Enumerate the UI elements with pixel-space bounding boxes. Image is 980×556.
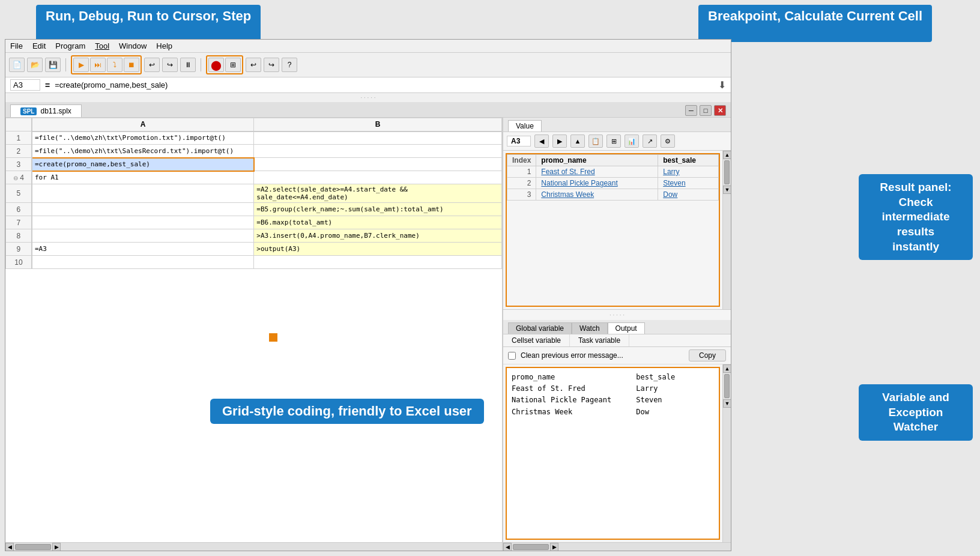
col-header-a[interactable]: A [32, 118, 254, 131]
scroll-thumb[interactable] [15, 544, 51, 550]
cell-b8[interactable]: >A3.insert(0,A4.promo_name,B7.clerk_name… [254, 229, 502, 243]
undo-button[interactable]: ↩ [144, 58, 160, 72]
grid-wrapper[interactable]: A B 1 =file("..\demo\zh\txt\Promotion.tx… [5, 118, 502, 542]
cell-a8[interactable] [32, 229, 254, 243]
output-scroll-left[interactable]: ◀ [503, 543, 512, 551]
panel-settings-btn[interactable]: ⚙ [661, 134, 675, 148]
cell-a5[interactable] [32, 184, 254, 203]
cell-a10[interactable] [32, 256, 254, 269]
help-button[interactable]: ? [282, 58, 297, 72]
cell-b2[interactable] [254, 145, 502, 158]
cell-a1[interactable]: =file("..\demo\zh\txt\Promotion.txt").im… [32, 131, 254, 145]
stop-button[interactable]: ⏹ [124, 58, 139, 72]
save-button[interactable]: 💾 [45, 58, 61, 72]
cell-a6[interactable] [32, 203, 254, 216]
menu-file[interactable]: File [10, 41, 23, 50]
horizontal-scrollbar[interactable]: ◀ ▶ [5, 542, 502, 551]
output-scroll-right[interactable]: ▶ [550, 543, 558, 551]
result-row-1-sale: Larry [658, 166, 719, 178]
cell-b9[interactable]: >output(A3) [254, 243, 502, 256]
file-tab-db11[interactable]: SPL db11.splx [10, 104, 82, 117]
breakpoint-button[interactable]: ⬤ [208, 58, 224, 72]
col-header-b[interactable]: B [254, 118, 502, 131]
result-row-2-index: 2 [507, 178, 536, 189]
panel-table-btn[interactable]: ⊞ [606, 134, 621, 148]
output-line-2: National Pickle Pageant Steven [512, 394, 714, 406]
minimize-button[interactable]: ─ [685, 105, 697, 116]
menu-help[interactable]: Help [156, 41, 172, 50]
menu-window[interactable]: Window [119, 41, 147, 50]
clean-error-checkbox[interactable] [508, 352, 516, 360]
ide-window: File Edit Program Tool Window Help 📄 📂 💾… [5, 39, 731, 551]
cell-b4[interactable] [254, 171, 502, 184]
result-row-2-promo: National Pickle Pageant [536, 178, 658, 189]
cell-b5[interactable]: =A2.select(sale_date>=A4.start_date &&sa… [254, 184, 502, 203]
panel-forward-btn[interactable]: ▶ [552, 134, 567, 148]
scroll-up-arrow[interactable]: ▲ [723, 151, 731, 159]
cell-a4[interactable]: for A1 [32, 171, 254, 184]
step-over-button[interactable]: ⏭ [90, 58, 106, 72]
tab-bar: SPL db11.splx ─ □ ✕ [5, 102, 731, 118]
separator-2 [201, 58, 201, 71]
output-scroll-thumb[interactable] [724, 374, 730, 398]
step-into-button[interactable]: ⤵ [107, 58, 122, 72]
formula-content: =create(promo_name,best_sale) [55, 80, 713, 89]
row-number-9: 9 [6, 243, 32, 256]
cell-a9[interactable]: =A3 [32, 243, 254, 256]
panel-export-btn[interactable]: ↗ [643, 134, 657, 148]
cell-b1[interactable] [254, 131, 502, 145]
grid-corner [6, 118, 32, 131]
drag-handle-bottom[interactable]: · · · · · [503, 310, 731, 320]
debug-toolbar-group: ▶ ⏭ ⤵ ⏹ [71, 55, 142, 74]
cell-b3[interactable] [254, 158, 502, 171]
cell-reference-input[interactable] [10, 79, 40, 91]
output-scroll-up[interactable]: ▲ [723, 364, 731, 373]
panel-back-btn[interactable]: ◀ [534, 134, 549, 148]
scroll-right-arrow[interactable]: ▶ [52, 543, 61, 551]
panel-up-btn[interactable]: ▲ [570, 134, 585, 148]
scroll-down-arrow[interactable]: ▼ [723, 186, 731, 194]
menu-tool[interactable]: Tool [95, 41, 109, 50]
cell-a3[interactable]: =create(promo_name,best_sale) [32, 158, 254, 171]
output-col2-1: Larry [636, 383, 658, 394]
value-panel-scrollbar[interactable]: ▲ ▼ [722, 151, 731, 309]
tab-output[interactable]: Output [608, 322, 645, 334]
subtab-cellset[interactable]: Cellset variable [503, 334, 570, 346]
output-scroll-h-thumb[interactable] [513, 544, 549, 550]
open-button[interactable]: 📂 [27, 58, 43, 72]
panel-copy-btn[interactable]: 📋 [588, 134, 603, 148]
copy-button[interactable]: Copy [689, 349, 726, 361]
cell-b10[interactable] [254, 256, 502, 269]
output-scrollbar[interactable]: ▲ ▼ [722, 364, 731, 542]
cell-a2[interactable]: =file("..\demo\zh\txt\SalesRecord.txt").… [32, 145, 254, 158]
calculate-cell-button[interactable]: ⊞ [225, 58, 241, 72]
table-row: 1 =file("..\demo\zh\txt\Promotion.txt").… [6, 131, 502, 145]
run-button[interactable]: ▶ [73, 58, 89, 72]
redo-button[interactable]: ↪ [162, 58, 178, 72]
panel-chart-btn[interactable]: 📊 [625, 134, 639, 148]
drag-handle-top[interactable]: · · · · · [5, 93, 731, 102]
spreadsheet-grid: A B 1 =file("..\demo\zh\txt\Promotion.tx… [5, 118, 502, 269]
toolbar-btn-extra1[interactable]: ↩ [246, 58, 261, 72]
bottom-tabs: Global variable Watch Output [503, 320, 731, 334]
cell-b7[interactable]: =B6.maxp(total_amt) [254, 216, 502, 229]
maximize-button[interactable]: □ [700, 105, 712, 116]
close-button[interactable]: ✕ [714, 105, 726, 116]
output-line-1: Feast of St. Fred Larry [512, 383, 714, 394]
new-button[interactable]: 📄 [9, 58, 25, 72]
table-row: 2 =file("..\demo\zh\txt\SalesRecord.txt"… [6, 145, 502, 158]
pause-button[interactable]: ⏸ [180, 58, 196, 72]
subtab-task[interactable]: Task variable [570, 334, 629, 346]
cell-b6[interactable]: =B5.group(clerk_name;~.sum(sale_amt):tot… [254, 203, 502, 216]
cell-a7[interactable] [32, 216, 254, 229]
toolbar-btn-extra2[interactable]: ↪ [264, 58, 279, 72]
scroll-left-arrow[interactable]: ◀ [5, 543, 14, 551]
menu-program[interactable]: Program [55, 41, 85, 50]
output-scroll-down[interactable]: ▼ [723, 399, 731, 408]
tab-watch[interactable]: Watch [572, 322, 608, 334]
scroll-thumb-v[interactable] [724, 160, 730, 184]
tab-global-variable[interactable]: Global variable [508, 322, 572, 334]
menu-edit[interactable]: Edit [32, 41, 46, 50]
tab-value[interactable]: Value [508, 120, 542, 131]
output-horiz-scrollbar[interactable]: ◀ ▶ [503, 542, 731, 551]
